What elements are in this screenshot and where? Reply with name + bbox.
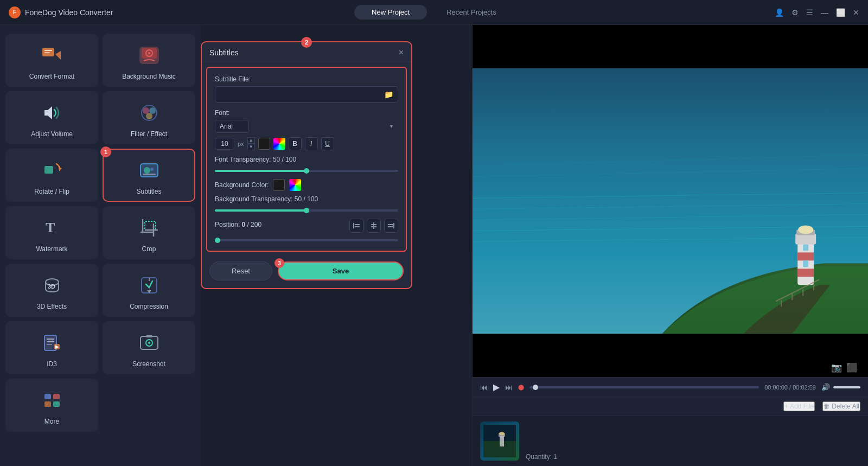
font-select-wrapper: Arial <box>215 120 398 133</box>
dialog-close-button[interactable]: × <box>399 48 404 58</box>
sidebar-item-background-music[interactable]: Background Music <box>103 34 195 87</box>
file-manager-bar: + Add File 🗑 Delete All <box>473 397 868 416</box>
reset-button[interactable]: Reset <box>209 261 272 280</box>
video-ocean-scene <box>473 25 868 377</box>
timeline[interactable] <box>529 386 759 388</box>
volume-icon[interactable]: 🔊 <box>821 383 830 391</box>
skip-forward-button[interactable]: ⏭ <box>505 383 513 392</box>
font-select[interactable]: Arial <box>215 120 249 133</box>
bold-button[interactable]: B <box>289 137 302 150</box>
svg-rect-62 <box>797 252 814 260</box>
skip-back-button[interactable]: ⏮ <box>480 383 488 392</box>
fullscreen-overlay-button[interactable]: ⬛ <box>846 362 857 373</box>
font-size-down[interactable]: ▼ <box>247 144 255 150</box>
align-center-button[interactable] <box>367 219 381 233</box>
bg-color-swatch[interactable] <box>273 179 285 191</box>
svg-point-8 <box>143 107 149 114</box>
volume-bar[interactable] <box>833 386 860 388</box>
more-icon <box>39 387 65 413</box>
right-panel: 📷 ⬛ ⏮ ▶ ⏭ ⬤ 00:00:00 / 00:02:59 🔊 <box>472 25 868 466</box>
svg-rect-11 <box>44 166 53 174</box>
sidebar-item-watermark[interactable]: T Watermark <box>5 206 98 259</box>
logo-circle: F <box>9 7 21 18</box>
subtitles-badge: 1 <box>100 146 111 157</box>
sidebar-item-more[interactable]: More <box>5 379 98 432</box>
minimize-button[interactable]: — <box>821 8 828 17</box>
svg-rect-43 <box>353 223 354 228</box>
bg-transparency-row: Background Transparency: 50 / 100 <box>215 195 398 213</box>
play-button[interactable]: ▶ <box>493 382 500 392</box>
sidebar-item-adjust-volume[interactable]: Adjust Volume <box>5 91 98 144</box>
svg-point-66 <box>798 225 813 234</box>
sidebar-item-filter-effect[interactable]: Filter / Effect <box>103 91 195 144</box>
dialog-title: Subtitles <box>209 48 239 57</box>
sidebar-item-rotate-flip[interactable]: Rotate / Flip <box>5 149 98 202</box>
delete-all-button[interactable]: 🗑 Delete All <box>822 401 860 411</box>
maximize-button[interactable]: ⬜ <box>836 8 845 17</box>
svg-point-9 <box>149 107 156 114</box>
crop-icon <box>136 215 162 241</box>
font-section: Font: Arial px ▲ ▼ <box>215 109 398 150</box>
settings-icon[interactable]: ⚙ <box>792 8 799 17</box>
svg-point-37 <box>148 342 150 344</box>
font-transparency-label: Font Transparency: 50 / 100 <box>215 156 398 163</box>
bg-transparency-slider[interactable] <box>215 209 398 212</box>
font-size-spinner[interactable]: ▲ ▼ <box>247 137 255 150</box>
svg-point-15 <box>144 167 150 174</box>
record-button[interactable]: ⬤ <box>518 384 524 390</box>
sidebar-item-3d-effects[interactable]: 3D 3D Effects <box>5 264 98 317</box>
adjust-volume-label: Adjust Volume <box>31 130 73 138</box>
font-size-up[interactable]: ▲ <box>247 137 255 144</box>
font-size-input[interactable] <box>215 138 234 150</box>
font-color-swatch[interactable] <box>258 138 270 150</box>
sidebar-item-convert-format[interactable]: Convert Format <box>5 34 98 87</box>
sidebar-item-subtitles[interactable]: 1 Subtitles <box>103 149 195 202</box>
dialog-body: Subtitle File: 📁 Font: Arial <box>206 67 407 252</box>
user-icon[interactable]: 👤 <box>775 8 784 17</box>
subtitle-file-text[interactable] <box>220 91 384 98</box>
sidebar-item-compression[interactable]: Compression <box>103 264 195 317</box>
close-button[interactable]: ✕ <box>853 8 859 17</box>
convert-format-icon <box>39 42 65 68</box>
svg-rect-50 <box>388 226 393 227</box>
menu-icon[interactable]: ☰ <box>806 8 813 17</box>
svg-rect-2 <box>44 52 50 53</box>
screenshot-icon <box>136 330 162 356</box>
svg-rect-44 <box>355 224 360 225</box>
id3-icon: ▶ <box>39 330 65 356</box>
save-badge: 3 <box>275 258 284 268</box>
crop-label: Crop <box>142 245 156 253</box>
bg-rainbow-swatch[interactable] <box>289 179 301 191</box>
player-bar: ⏮ ▶ ⏭ ⬤ 00:00:00 / 00:02:59 🔊 <box>473 377 868 397</box>
sidebar-item-crop[interactable]: Crop <box>103 206 195 259</box>
underline-button[interactable]: U <box>321 137 334 150</box>
compression-label: Compression <box>130 303 168 310</box>
sidebar-item-screenshot[interactable]: Screenshot <box>103 321 195 374</box>
file-browse-icon[interactable]: 📁 <box>384 90 393 99</box>
bg-transparency-value: 50 <box>295 195 302 203</box>
save-button[interactable]: 3 Save <box>278 261 404 280</box>
video-preview: 📷 ⬛ <box>473 25 868 377</box>
align-right-button[interactable] <box>384 219 398 233</box>
italic-button[interactable]: I <box>305 137 318 150</box>
sidebar-item-id3[interactable]: ▶ ID3 <box>5 321 98 374</box>
screenshot-label: Screenshot <box>132 360 165 368</box>
app-title: FoneDog Video Converter <box>25 8 113 17</box>
svg-rect-39 <box>44 394 51 399</box>
position-slider[interactable] <box>215 239 398 241</box>
camera-overlay-button[interactable]: 📷 <box>831 362 842 373</box>
svg-rect-45 <box>355 226 360 227</box>
add-file-button[interactable]: + Add File <box>783 401 815 411</box>
font-rainbow-swatch[interactable] <box>273 138 285 150</box>
svg-rect-47 <box>371 224 376 225</box>
font-transparency-slider[interactable] <box>215 170 398 172</box>
align-left-button[interactable] <box>349 219 363 233</box>
file-thumbnail[interactable] <box>480 422 519 461</box>
subtitles-icon <box>136 157 162 183</box>
tab-recent-projects[interactable]: Recent Projects <box>429 5 514 20</box>
svg-rect-46 <box>373 222 374 229</box>
main-layout: Convert Format Background Music <box>0 25 868 466</box>
subtitle-file-input[interactable]: 📁 <box>215 86 398 103</box>
tab-new-project[interactable]: New Project <box>354 5 427 20</box>
window-controls: 👤 ⚙ ☰ — ⬜ ✕ <box>775 8 859 17</box>
